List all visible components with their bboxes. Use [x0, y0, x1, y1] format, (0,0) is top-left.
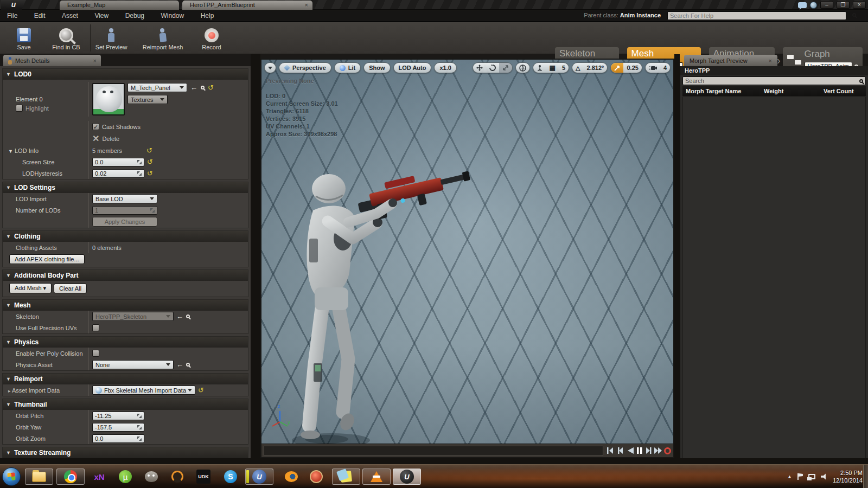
menu-file[interactable]: File — [0, 10, 24, 21]
taskbar-clock[interactable]: 2:50 PM 12/10/2014 — [833, 469, 863, 484]
menu-debug[interactable]: Debug — [118, 10, 151, 21]
rotate-tool-button[interactable] — [486, 63, 499, 73]
highlight-checkbox[interactable] — [16, 105, 23, 112]
column-weight[interactable]: Weight — [764, 88, 824, 94]
reset-icon[interactable]: ↺ — [146, 148, 152, 153]
asset-import-data-expander[interactable]: Asset Import Data — [12, 387, 60, 394]
taskbar-badge-button[interactable] — [308, 468, 324, 485]
perspective-dropdown[interactable]: Perspective — [279, 62, 331, 73]
preview-viewport[interactable]: Perspective Lit Show LOD Auto x1.0 — [260, 59, 674, 458]
lod-info-expander[interactable]: LOD Info — [15, 147, 39, 154]
taskbar-ue-editor-button[interactable]: U — [393, 468, 421, 485]
use-selected-icon[interactable]: ← — [176, 314, 183, 319]
viewport-options-dropdown[interactable] — [264, 62, 276, 73]
panel-splitter[interactable] — [674, 54, 680, 464]
hidden-icons-button[interactable]: ▲ — [787, 474, 792, 479]
lod-hysteresis-input[interactable]: 0.02 — [92, 169, 144, 178]
tab-close-icon[interactable]: × — [93, 57, 97, 64]
delete-icon[interactable]: ✕ — [92, 133, 99, 144]
scale-snap-button[interactable] — [611, 63, 623, 73]
column-morph-target-name[interactable]: Morph Target Name — [682, 88, 764, 94]
coordinate-system-button[interactable] — [515, 62, 530, 73]
screen-size-input[interactable]: 0.0 — [92, 158, 144, 166]
pause-button[interactable] — [636, 447, 643, 454]
timeline-scrubber[interactable] — [264, 446, 603, 456]
morph-search-input[interactable]: Search — [682, 76, 866, 85]
menu-help[interactable]: Help — [194, 10, 221, 21]
cast-shadows-checkbox[interactable]: ✓ — [92, 123, 99, 130]
web-icon[interactable] — [810, 2, 817, 9]
material-dropdown[interactable]: M_Tech_Panel — [127, 83, 187, 92]
camera-speed-value[interactable]: 4 — [660, 63, 670, 73]
reset-icon[interactable]: ↺ — [198, 388, 204, 393]
reimport-mesh-button[interactable]: Reimport Mesh — [138, 24, 188, 52]
angle-snap-button[interactable]: △ — [572, 63, 583, 73]
morph-target-list[interactable] — [682, 97, 866, 462]
minimize-button[interactable]: – — [820, 1, 833, 9]
grid-snap-value[interactable]: 5 — [559, 63, 569, 73]
section-header-texture-streaming[interactable]: ▼Texture Streaming — [3, 447, 248, 458]
asset-import-data-dropdown[interactable]: Fbx Skeletal Mesh Import Data — [92, 386, 195, 395]
per-poly-collision-checkbox[interactable] — [92, 350, 99, 357]
section-header-thumbnail[interactable]: ▼Thumbnail — [3, 399, 248, 410]
tab-close-icon[interactable]: × — [305, 1, 308, 10]
browse-icon[interactable] — [201, 86, 205, 89]
scale-snap-value[interactable]: 0.25 — [623, 63, 641, 73]
use-selected-icon[interactable]: ← — [190, 85, 197, 91]
feedback-icon[interactable] — [798, 2, 807, 8]
go-to-end-button[interactable] — [654, 447, 662, 454]
add-apex-clothing-button[interactable]: Add APEX clothing file... — [9, 254, 85, 264]
section-header-lod-settings[interactable]: ▼LOD Settings — [3, 182, 248, 193]
add-mesh-button[interactable]: Add Mesh ▾ — [9, 283, 52, 293]
grid-snap-button[interactable]: ▦ — [546, 63, 559, 73]
show-dropdown[interactable]: Show — [363, 62, 390, 73]
panel-splitter[interactable] — [251, 54, 260, 464]
orbit-zoom-input[interactable]: 0.0 — [92, 434, 144, 443]
tab-anim-blueprint[interactable]: HeroTPP_AnimBlueprint× — [182, 1, 312, 10]
taskbar-udk-button[interactable]: UDK — [195, 468, 212, 485]
menu-asset[interactable]: Asset — [55, 10, 85, 21]
lod-auto-dropdown[interactable]: LOD Auto — [393, 62, 432, 73]
column-vert-count[interactable]: Vert Count — [824, 88, 854, 94]
tab-example-map[interactable]: Example_Map — [60, 1, 179, 10]
textures-dropdown[interactable]: Textures — [127, 95, 168, 104]
surface-snap-button[interactable] — [533, 63, 546, 73]
show-desktop-button[interactable] — [863, 465, 868, 488]
menu-window[interactable]: Window — [154, 10, 191, 21]
translate-tool-button[interactable] — [473, 63, 486, 73]
network-icon[interactable] — [808, 474, 815, 479]
reset-icon[interactable]: ↺ — [147, 159, 153, 165]
taskbar-audio-app-button[interactable] — [169, 468, 186, 485]
physics-asset-dropdown[interactable]: None — [92, 360, 174, 369]
tab-morph-target-preview[interactable]: Morph Target Preview × — [684, 55, 777, 66]
menu-view[interactable]: View — [87, 10, 116, 21]
action-center-icon[interactable] — [797, 473, 803, 480]
section-header-clothing[interactable]: ▼Clothing — [3, 231, 248, 242]
volume-icon[interactable] — [821, 473, 827, 480]
material-thumbnail[interactable] — [92, 83, 125, 115]
section-header-lod0[interactable]: ▼LOD0 — [3, 69, 248, 80]
section-header-mesh[interactable]: ▼Mesh — [3, 300, 248, 311]
section-header-additional-body-part[interactable]: ▼Additional Body Part — [3, 270, 248, 281]
record-loop-icon[interactable] — [664, 447, 671, 454]
taskbar-explorer-button[interactable] — [25, 468, 53, 485]
reset-icon[interactable]: ↺ — [208, 85, 214, 91]
browse-icon[interactable] — [186, 363, 190, 367]
set-preview-button[interactable]: Set Preview — [90, 24, 132, 52]
save-button[interactable]: Save — [5, 24, 42, 52]
camera-speed-button[interactable] — [646, 63, 660, 73]
orbit-pitch-input[interactable]: -11.25 — [92, 412, 144, 420]
playback-speed-button[interactable]: x1.0 — [434, 62, 456, 73]
clear-all-button[interactable]: Clear All — [54, 284, 87, 293]
taskbar-xnview-button[interactable]: xN — [91, 468, 107, 485]
lit-dropdown[interactable]: Lit — [334, 62, 361, 73]
find-in-cb-button[interactable]: Find in CB — [48, 24, 85, 52]
taskbar-ue-launcher-button[interactable]: U — [245, 468, 273, 485]
tab-close-icon[interactable]: × — [769, 57, 772, 64]
scale-tool-button[interactable] — [499, 63, 512, 73]
tab-mesh-details[interactable]: Mesh Details × — [3, 55, 101, 66]
search-icon[interactable] — [852, 13, 856, 17]
full-precision-uvs-checkbox[interactable] — [92, 324, 99, 331]
maximize-button[interactable]: ❐ — [837, 1, 850, 9]
help-search-input[interactable] — [667, 11, 846, 20]
